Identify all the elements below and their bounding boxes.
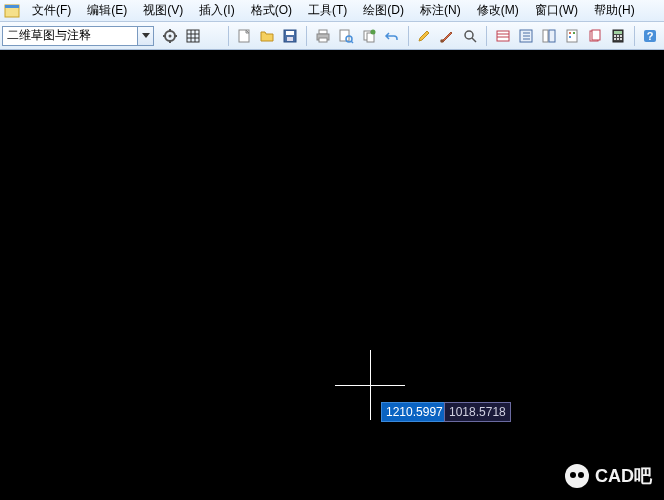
layer-manager-icon[interactable] [492, 25, 513, 47]
toolbar: 二维草图与注释 [0, 22, 664, 50]
publish-icon[interactable] [358, 25, 379, 47]
app-icon [4, 3, 20, 19]
menu-file[interactable]: 文件(F) [24, 0, 79, 21]
menu-dimension[interactable]: 标注(N) [412, 0, 469, 21]
svg-rect-41 [569, 32, 571, 34]
svg-rect-51 [614, 38, 616, 40]
svg-rect-22 [340, 30, 349, 41]
svg-rect-40 [567, 30, 577, 42]
menu-draw[interactable]: 绘图(D) [355, 0, 412, 21]
svg-marker-2 [142, 33, 150, 38]
svg-rect-39 [549, 30, 555, 42]
menu-insert[interactable]: 插入(I) [191, 0, 242, 21]
calculator-icon[interactable] [608, 25, 629, 47]
svg-rect-43 [569, 36, 571, 38]
workspace-dropdown-text: 二维草图与注释 [3, 27, 137, 44]
svg-point-28 [440, 39, 444, 43]
save-icon[interactable] [280, 25, 301, 47]
grid-icon[interactable] [182, 25, 203, 47]
svg-rect-47 [614, 31, 622, 34]
search-icon[interactable] [460, 25, 481, 47]
print-icon[interactable] [312, 25, 333, 47]
svg-rect-50 [620, 35, 622, 37]
menu-edit[interactable]: 编辑(E) [79, 0, 135, 21]
sheet-set-icon[interactable] [585, 25, 606, 47]
svg-rect-49 [617, 35, 619, 37]
help-icon[interactable]: ? [640, 25, 661, 47]
svg-rect-45 [592, 30, 600, 40]
svg-text:?: ? [647, 30, 654, 42]
svg-rect-38 [543, 30, 548, 42]
chevron-down-icon [137, 27, 153, 45]
svg-point-27 [370, 29, 375, 34]
svg-rect-48 [614, 35, 616, 37]
menu-view[interactable]: 视图(V) [135, 0, 191, 21]
svg-rect-1 [5, 5, 19, 8]
undo-icon[interactable] [381, 25, 402, 47]
crosshair-vertical [370, 350, 371, 420]
svg-rect-31 [497, 31, 509, 41]
gear-icon[interactable] [159, 25, 180, 47]
svg-line-30 [472, 38, 476, 42]
svg-rect-18 [287, 37, 293, 41]
watermark-text: CAD吧 [595, 464, 652, 488]
pencil-icon[interactable] [414, 25, 435, 47]
watermark: CAD吧 [565, 464, 652, 488]
svg-rect-42 [573, 32, 575, 34]
menu-window[interactable]: 窗口(W) [527, 0, 586, 21]
drawing-canvas[interactable]: 1210.5997 1018.5718 CAD吧 [0, 50, 664, 500]
svg-rect-21 [319, 38, 327, 42]
svg-point-4 [168, 34, 171, 37]
brush-icon[interactable] [437, 25, 458, 47]
menu-format[interactable]: 格式(O) [243, 0, 300, 21]
menu-tools[interactable]: 工具(T) [300, 0, 355, 21]
svg-line-24 [351, 41, 353, 43]
properties-icon[interactable] [515, 25, 536, 47]
svg-rect-9 [187, 30, 199, 42]
dynamic-input-y[interactable]: 1018.5718 [444, 402, 511, 422]
menubar: 文件(F) 编辑(E) 视图(V) 插入(I) 格式(O) 工具(T) 绘图(D… [0, 0, 664, 22]
design-center-icon[interactable] [538, 25, 559, 47]
menu-help[interactable]: 帮助(H) [586, 0, 643, 21]
svg-rect-53 [620, 38, 622, 40]
menu-modify[interactable]: 修改(M) [469, 0, 527, 21]
print-preview-icon[interactable] [335, 25, 356, 47]
dynamic-input-x[interactable]: 1210.5997 [381, 402, 448, 422]
new-file-icon[interactable] [234, 25, 255, 47]
svg-point-29 [465, 31, 473, 39]
workspace-dropdown[interactable]: 二维草图与注释 [2, 26, 154, 46]
tool-palette-icon[interactable] [561, 25, 582, 47]
open-file-icon[interactable] [257, 25, 278, 47]
svg-rect-17 [286, 31, 294, 35]
wechat-icon [565, 464, 589, 488]
svg-rect-52 [617, 38, 619, 40]
svg-rect-19 [319, 30, 327, 34]
